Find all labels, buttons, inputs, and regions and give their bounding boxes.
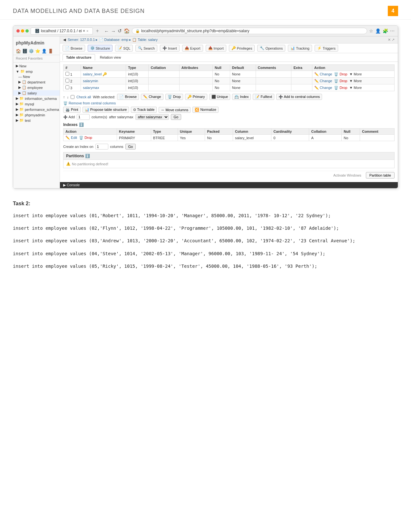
sidebar-item-employee[interactable]: ▶ 📋 employee: [13, 85, 60, 90]
sidebar-item-emp-new[interactable]: — New: [13, 74, 60, 79]
star-icon[interactable]: ⭐: [35, 49, 40, 53]
field-name-link-3[interactable]: salarymax: [83, 86, 99, 90]
breadcrumb-sep1: 📄: [99, 38, 104, 42]
unique-selected-btn[interactable]: ⬛ Unique: [209, 94, 230, 100]
sidebar-item-performance-schema[interactable]: ▶ 📁 performance_schema: [13, 107, 60, 112]
server-link[interactable]: Server: 127.0.0.1 ▸: [68, 38, 98, 42]
create-index-cols-input[interactable]: [95, 144, 108, 150]
track-table-btn[interactable]: ⊙ Track table: [131, 107, 157, 113]
tab-close-icon[interactable]: ×: [86, 29, 88, 33]
search-button[interactable]: 🔍 Search: [135, 45, 157, 52]
topbar-close-icon[interactable]: ✕ ↗: [388, 38, 395, 42]
home-button[interactable]: 🏠: [124, 28, 130, 34]
fulltext-selected-btn[interactable]: 📝 Fulltext: [253, 94, 274, 100]
back-button[interactable]: ←: [104, 28, 109, 34]
browser-right-icons: ☆ 👤 🧩 ⋯: [369, 28, 395, 34]
row-checkbox-3[interactable]: [65, 85, 69, 89]
operations-button[interactable]: 🔧 Operations: [257, 45, 285, 52]
idx-col-keyname: Keyname: [117, 129, 151, 135]
change-link-2[interactable]: ✏️ Change: [314, 79, 332, 83]
subtab-relation-view[interactable]: Relation view: [96, 54, 124, 61]
add-tab-button[interactable]: +: [95, 28, 100, 34]
triggers-button[interactable]: ⚡ Triggers: [315, 45, 338, 52]
sidebar-item-new-root[interactable]: ▶ New: [13, 63, 60, 69]
sidebar-item-salary[interactable]: ▶ 📋 salary: [13, 90, 60, 96]
subtab-table-structure[interactable]: Table structure: [63, 54, 95, 61]
create-index-go-btn[interactable]: Go: [125, 144, 136, 150]
index-selected-btn[interactable]: 📇 Index: [232, 94, 251, 100]
pma-container: phpMyAdmin 🏠 🗄️ ⚙️ ⭐ 👤 🚪 Recent Favorite…: [13, 36, 398, 188]
browse-selected-btn[interactable]: 📄 Browse: [117, 94, 139, 100]
propose-btn[interactable]: 📊 Propose table structure: [83, 107, 129, 113]
structure-button[interactable]: ⚙️ Structure: [88, 45, 113, 52]
drop-link-1[interactable]: 🗑️ Drop: [334, 72, 347, 76]
export-button[interactable]: 📤 Export: [182, 45, 203, 52]
check-all-label[interactable]: Check all: [76, 95, 91, 99]
exit-icon[interactable]: 🚪: [48, 49, 53, 53]
pma-logo-text: phpMyAdmin: [16, 40, 44, 45]
sql-button[interactable]: 📝 SQL: [115, 45, 133, 52]
item-icon: —: [18, 75, 22, 79]
close-dot[interactable]: [16, 29, 20, 33]
settings-icon[interactable]: ⋯: [390, 28, 395, 34]
after-column-select[interactable]: after salarymax: [135, 114, 169, 120]
forward-button[interactable]: →: [111, 28, 116, 34]
remove-from-central-link[interactable]: 🗑️ Remove from central columns: [63, 101, 116, 105]
normalize-btn[interactable]: 🔀 Normalize: [192, 107, 219, 113]
change-link-3[interactable]: ✏️ Change: [314, 86, 332, 90]
partition-table-button[interactable]: Partition table: [366, 172, 395, 179]
edit-index-link[interactable]: ✏️ Edit: [65, 136, 77, 140]
home-icon[interactable]: 🏠: [16, 49, 21, 53]
sidebar-item-mysql[interactable]: ▶ 📁 mysql: [13, 101, 60, 107]
user-icon[interactable]: 👤: [42, 49, 47, 53]
db-icon[interactable]: 🗄️: [22, 49, 27, 53]
browse-button[interactable]: 📄 Browse: [63, 45, 85, 52]
check-all-checkbox[interactable]: [71, 95, 74, 99]
minimize-dot[interactable]: [21, 29, 24, 33]
sidebar-item-test[interactable]: ▶ 📁 test: [13, 118, 60, 123]
more-dropdown-2[interactable]: ▼ More: [349, 79, 362, 83]
bookmark-icon[interactable]: ☆: [369, 28, 373, 34]
drop-link-2[interactable]: 🗑️ Drop: [334, 79, 347, 83]
add-column-go-btn[interactable]: Go: [171, 114, 181, 120]
gear-icon[interactable]: ⚙️: [29, 49, 34, 53]
add-to-central-btn[interactable]: ➕ Add to central columns: [276, 94, 322, 100]
database-link[interactable]: Database: emp ▸: [104, 38, 132, 42]
profile-icon[interactable]: 👤: [375, 28, 381, 34]
field-name-link-1[interactable]: salary_level 🔑: [83, 72, 107, 76]
structure-table: # Name Type Collation Attributes Null De…: [63, 64, 395, 91]
extensions-icon[interactable]: 🧩: [383, 28, 388, 34]
change-link-1[interactable]: ✏️ Change: [314, 72, 332, 76]
db-icon: 📁: [20, 69, 25, 73]
more-dropdown-1[interactable]: ▼ More: [349, 72, 362, 76]
insert-button[interactable]: ➕ Insert: [160, 45, 180, 52]
print-btn[interactable]: 🖨️ Print: [63, 107, 81, 113]
tab-title: localhost / 127.0.0.1 / ei ×: [41, 29, 85, 33]
primary-selected-btn[interactable]: 🔑 Primary: [185, 94, 207, 100]
change-selected-btn[interactable]: ✏️ Change: [141, 94, 163, 100]
field-name-link-2[interactable]: salarymin: [83, 79, 98, 83]
row-checkbox-2[interactable]: [65, 79, 69, 82]
drop-link-3[interactable]: 🗑️ Drop: [334, 86, 347, 90]
more-dropdown-3[interactable]: ▼ More: [349, 86, 362, 90]
maximize-dot[interactable]: [25, 29, 29, 33]
sidebar-item-department[interactable]: ▶ 📋 department: [13, 79, 60, 85]
row-checkbox-1[interactable]: [65, 72, 69, 76]
tracking-button[interactable]: 📊 Tracking: [288, 45, 312, 52]
privileges-button[interactable]: 🔑 Privileges: [229, 45, 255, 52]
drop-selected-btn[interactable]: 🗑️ Drop: [165, 94, 183, 100]
collapse-icon[interactable]: ◀: [63, 38, 66, 42]
no-partitions-msg: ⚠️ No partitioning defined!: [63, 160, 395, 168]
table-link[interactable]: Table: salary: [138, 38, 158, 42]
drop-index-link[interactable]: 🗑️ Drop: [79, 136, 92, 140]
sidebar-item-information-schema[interactable]: ▶ 📁 information_schema: [13, 96, 60, 101]
add-column-count-input[interactable]: [77, 114, 90, 120]
console-bar[interactable]: ▶ Console: [60, 182, 398, 188]
address-bar[interactable]: 🔒 localhost/phpmyadmin/tbl_structure.php…: [132, 28, 367, 34]
import-button[interactable]: 📥 Import: [206, 45, 226, 52]
sidebar-item-emp[interactable]: ▼ 📁 emp: [13, 69, 60, 74]
move-columns-btn[interactable]: ↔️ Move columns: [159, 107, 191, 113]
browser-tab[interactable]: 🗄️ localhost / 127.0.0.1 / ei × ×: [31, 27, 93, 34]
refresh-button[interactable]: ↺: [118, 28, 122, 34]
sidebar-item-phpmyadmin[interactable]: ▶ 📁 phpmyadmin: [13, 112, 60, 118]
